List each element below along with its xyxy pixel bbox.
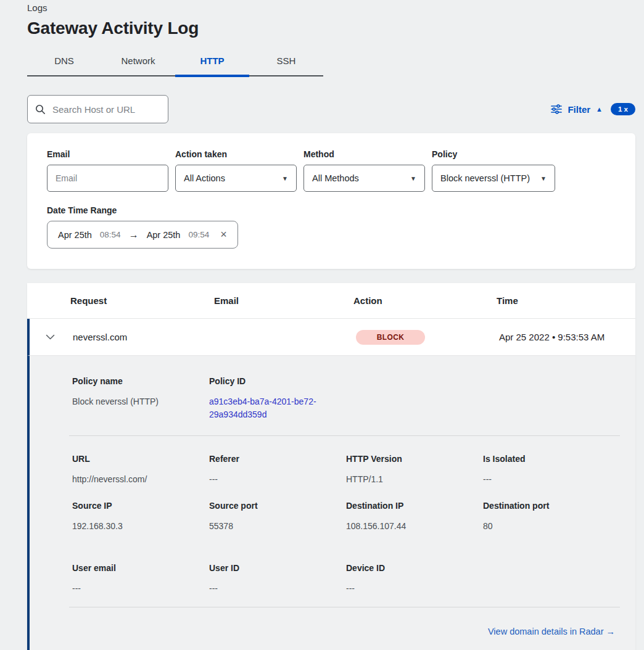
column-header-time: Time xyxy=(497,295,635,306)
filter-icon xyxy=(551,104,562,114)
range-start-time: 08:54 xyxy=(100,230,121,239)
method-select[interactable]: All Methods ▼ xyxy=(303,165,425,192)
filter-field-action-taken: Action taken All Actions ▼ xyxy=(175,149,297,192)
table-header: Request Email Action Time xyxy=(27,283,635,319)
filter-field-date-range: Date Time Range Apr 25th 08:54 → Apr 25t… xyxy=(47,205,616,249)
detail-field: HTTP Version HTTP/1.1 xyxy=(346,454,483,486)
radar-link[interactable]: View domain details in Radar → xyxy=(488,627,615,636)
referer-value: --- xyxy=(209,473,346,486)
detail-field: URL http://neverssl.com/ xyxy=(72,454,209,486)
table-row[interactable]: neverssl.com BLOCK Apr 25 2022 • 9:53:53… xyxy=(27,319,635,356)
detail-section-request: URL http://neverssl.com/ Referer --- HTT… xyxy=(30,454,635,486)
detail-field: Source port 55378 xyxy=(209,501,346,533)
clear-range-icon[interactable]: × xyxy=(220,228,227,241)
method-label: Method xyxy=(303,149,425,159)
action-taken-select[interactable]: All Actions ▼ xyxy=(175,165,297,192)
range-end-time: 09:54 xyxy=(188,230,209,239)
chevron-down-icon: ▼ xyxy=(410,175,416,182)
detail-field: User email --- xyxy=(72,563,209,595)
filter-count-badge: 1 x xyxy=(611,103,635,115)
action-taken-value: All Actions xyxy=(184,173,225,183)
range-start-date: Apr 25th xyxy=(58,230,92,240)
filter-fields-row: Email Action taken All Actions ▼ Method … xyxy=(47,149,616,192)
source-port-label: Source port xyxy=(209,501,346,511)
search-icon xyxy=(35,104,46,115)
section-divider xyxy=(69,435,620,436)
user-id-label: User ID xyxy=(209,563,346,573)
column-header-request: Request xyxy=(70,295,214,306)
tab-ssh[interactable]: SSH xyxy=(249,49,323,75)
status-badge: BLOCK xyxy=(356,330,425,345)
column-header-email: Email xyxy=(214,295,353,306)
policy-name-label: Policy name xyxy=(72,376,209,386)
breadcrumb[interactable]: Logs xyxy=(27,2,635,13)
detail-section-policy: Policy name Block neverssl (HTTP) Policy… xyxy=(30,376,635,421)
policy-id-link[interactable]: a91c3eb4-ba7a-4201-be72-29a934dd359d xyxy=(209,395,328,421)
policy-select[interactable]: Block neverssl (HTTP) ▼ xyxy=(432,165,555,192)
detail-section-network: Source IP 192.168.30.3 Source port 55378… xyxy=(30,501,635,533)
user-email-value: --- xyxy=(72,582,209,595)
chevron-down-icon: ▼ xyxy=(540,175,547,182)
policy-name-value: Block neverssl (HTTP) xyxy=(72,395,209,408)
row-detail-panel: Policy name Block neverssl (HTTP) Policy… xyxy=(27,356,635,650)
tab-bar: DNS Network HTTP SSH xyxy=(27,49,323,76)
email-input[interactable] xyxy=(47,165,168,192)
search-row: Filter ▲ 1 x xyxy=(27,95,635,123)
policy-value: Block neverssl (HTTP) xyxy=(440,173,530,183)
detail-field: Policy name Block neverssl (HTTP) xyxy=(72,376,209,408)
detail-field: Is Isolated --- xyxy=(483,454,620,486)
detail-section-user: User email --- User ID --- Device ID --- xyxy=(30,563,635,595)
device-id-value: --- xyxy=(346,582,483,595)
detail-field: Destination port 80 xyxy=(483,501,620,533)
source-ip-value: 192.168.30.3 xyxy=(72,520,209,533)
detail-field: Source IP 192.168.30.3 xyxy=(72,501,209,533)
url-label: URL xyxy=(72,454,209,464)
filter-panel: Email Action taken All Actions ▼ Method … xyxy=(27,133,635,269)
section-divider xyxy=(69,607,620,607)
row-time: Apr 25 2022 • 9:53:53 AM xyxy=(499,332,635,342)
http-version-value: HTTP/1.1 xyxy=(346,473,483,486)
column-header-action: Action xyxy=(353,295,497,306)
tab-network[interactable]: Network xyxy=(101,49,175,75)
is-isolated-label: Is Isolated xyxy=(483,454,620,464)
detail-field: Device ID --- xyxy=(346,563,483,595)
tab-dns[interactable]: DNS xyxy=(27,49,101,75)
device-id-label: Device ID xyxy=(346,563,483,573)
expand-chevron-icon[interactable] xyxy=(27,334,73,340)
destination-port-label: Destination port xyxy=(483,501,620,511)
destination-ip-label: Destination IP xyxy=(346,501,483,511)
source-ip-label: Source IP xyxy=(72,501,209,511)
filter-field-email: Email xyxy=(47,149,168,192)
referer-label: Referer xyxy=(209,454,346,464)
chevron-down-icon: ▼ xyxy=(282,175,288,182)
email-label: Email xyxy=(47,149,168,159)
arrow-right-icon: → xyxy=(129,229,139,241)
method-value: All Methods xyxy=(312,173,359,183)
search-box xyxy=(27,95,168,123)
activity-table: Request Email Action Time neverssl.com B… xyxy=(27,283,635,650)
page-content: Logs Gateway Activity Log DNS Network HT… xyxy=(0,0,644,650)
user-id-value: --- xyxy=(209,582,346,595)
detail-field: Policy ID a91c3eb4-ba7a-4201-be72-29a934… xyxy=(209,376,346,421)
range-end-date: Apr 25th xyxy=(147,230,181,240)
row-request: neverssl.com xyxy=(73,332,217,342)
source-port-value: 55378 xyxy=(209,520,346,533)
user-email-label: User email xyxy=(72,563,209,573)
date-range-picker[interactable]: Apr 25th 08:54 → Apr 25th 09:54 × xyxy=(47,221,238,249)
filter-field-policy: Policy Block neverssl (HTTP) ▼ xyxy=(432,149,555,192)
policy-label: Policy xyxy=(432,149,555,159)
detail-field: Referer --- xyxy=(209,454,346,486)
page-title: Gateway Activity Log xyxy=(27,19,635,38)
search-input[interactable] xyxy=(51,104,160,115)
detail-field: Destination IP 108.156.107.44 xyxy=(346,501,483,533)
filter-toggle[interactable]: Filter ▲ 1 x xyxy=(551,103,635,115)
filter-field-method: Method All Methods ▼ xyxy=(303,149,425,192)
destination-ip-value: 108.156.107.44 xyxy=(346,520,483,533)
url-value: http://neverssl.com/ xyxy=(72,473,209,486)
destination-port-value: 80 xyxy=(483,520,620,533)
filter-label: Filter xyxy=(568,104,590,115)
row-action: BLOCK xyxy=(356,330,499,345)
date-range-label: Date Time Range xyxy=(47,205,616,215)
tab-http[interactable]: HTTP xyxy=(175,49,249,75)
radar-link-row: View domain details in Radar → xyxy=(30,626,635,637)
